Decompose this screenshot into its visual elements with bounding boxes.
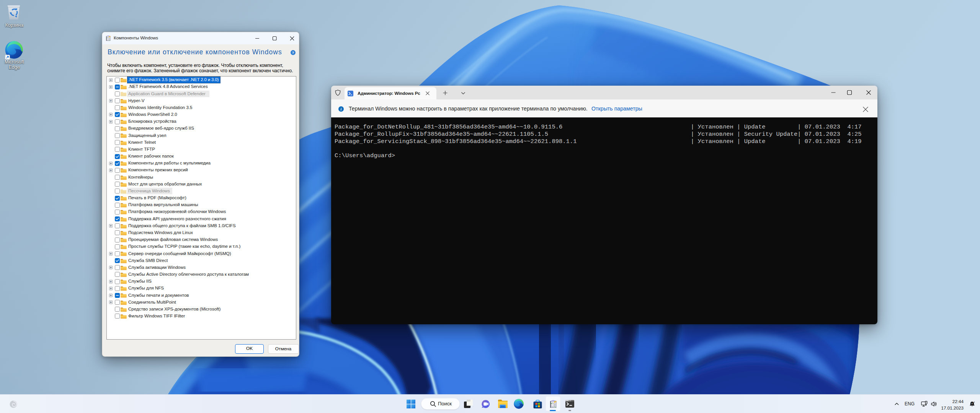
svg-text:?: ?	[292, 50, 294, 55]
svg-text:z: z	[973, 401, 975, 403]
svg-text:i: i	[341, 107, 342, 111]
svg-text:z: z	[971, 402, 972, 405]
